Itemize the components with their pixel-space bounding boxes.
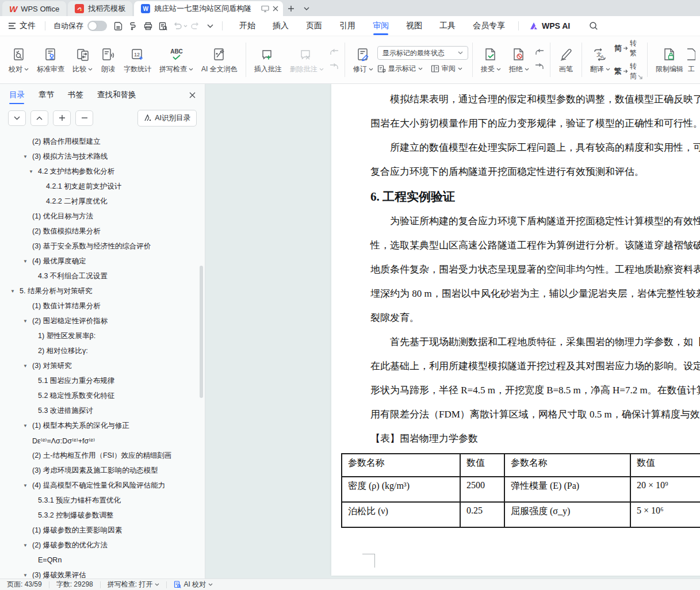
collapse-triangle-icon[interactable]: ▼	[29, 169, 38, 174]
monitor-icon[interactable]	[261, 5, 269, 13]
menu-item[interactable]: 页面	[297, 16, 331, 36]
toc-item[interactable]: 5.1 围岩应力重分布规律	[0, 373, 205, 388]
document-text-line[interactable]: 埋深约为 80 m，围岩以中风化砂岩为主，辅以少量泥岩夹层，岩体完整性较差	[370, 282, 700, 306]
collapse-triangle-icon[interactable]: ▼	[23, 319, 32, 324]
read-aloud-button[interactable]: 朗读	[97, 45, 120, 75]
document-text-line[interactable]: 形状为马蹄形，半径 R=4.5 m，开挖宽度 B=8.5 m，净高 H=7.2 …	[370, 378, 700, 403]
table-cell[interactable]: 数值	[460, 454, 504, 477]
sidebar-tab[interactable]: 书签	[68, 84, 83, 106]
document-text-line[interactable]: 围岩在大小剪切模量作用下的应力变形规律，验证了模型的正确性和可行性。	[370, 112, 700, 136]
section-heading[interactable]: 6. 工程实例验证	[370, 184, 700, 209]
proofread-button[interactable]: 校对	[5, 45, 33, 75]
toc-item[interactable]: (1) 优化目标与方法	[0, 209, 205, 224]
toc-item[interactable]: 5.3.2 控制爆破参数调整	[0, 508, 205, 523]
toc-item[interactable]: 5.2 稳定性系数变化特征	[0, 388, 205, 403]
table-cell[interactable]: 数值	[630, 454, 700, 477]
close-sidebar-icon[interactable]	[189, 92, 196, 98]
menu-item[interactable]: 插入	[264, 16, 297, 36]
toc-item[interactable]: ▼(1) 模型本构关系的深化与修正	[0, 418, 205, 433]
menu-item[interactable]: 工具	[431, 16, 464, 36]
simplified-to-traditional-button[interactable]: 简 转繁	[614, 39, 640, 58]
search-icon[interactable]	[586, 18, 601, 33]
sidebar-scrollbar[interactable]	[200, 266, 203, 398]
document-text-line[interactable]: 在此基础上，利用所建模型模拟隧道开挖过程及其对围岩应力场的影响。设定隧	[370, 354, 700, 378]
document-page[interactable]: 模拟结果表明，通过合理的假定和模型参数的调整，数值模型正确反映了隧围岩在大小剪切…	[331, 84, 700, 576]
collapse-all-button[interactable]	[30, 110, 48, 126]
toc-item[interactable]: ▼(3) 爆破效果评估	[0, 568, 205, 578]
collapse-triangle-icon[interactable]: ▼	[23, 423, 32, 428]
toc-item[interactable]: (2) 土-结构相互作用（FSI）效应的精细刻画	[0, 448, 205, 463]
toc-item[interactable]: ▼5. 结果分析与对策研究	[0, 283, 205, 298]
toc-item[interactable]: (1) 数值计算结果分析	[0, 298, 205, 313]
tab-active-document[interactable]: W 姚庄站一七里沟站区间盾构隧	[134, 1, 283, 16]
page-indicator[interactable]: 页面: 43/59	[7, 580, 42, 589]
toc-item[interactable]: (2) 数值模拟结果分析	[0, 224, 205, 239]
collapse-triangle-icon[interactable]: ▼	[10, 289, 20, 294]
table-cell[interactable]: 0.25	[460, 502, 504, 527]
collapse-triangle-icon[interactable]: ▼	[23, 573, 32, 578]
table-cell[interactable]: 参数名称	[504, 454, 630, 477]
markup-state-select[interactable]: 显示标记的最终状态	[377, 46, 468, 60]
toc-item[interactable]: 4.2.2 二衬厚度优化	[0, 194, 205, 209]
sidebar-tab[interactable]: 目录	[9, 84, 25, 106]
toc-item[interactable]: (3) 考虑环境因素及施工影响的动态模型	[0, 463, 205, 478]
toc-item[interactable]: ▼(3) 对策研究	[0, 358, 205, 373]
menu-item[interactable]: 视图	[397, 16, 431, 36]
new-tab-button[interactable]	[283, 1, 299, 16]
collapse-triangle-icon[interactable]: ▼	[23, 154, 32, 159]
toc-item[interactable]: ▼4.2 支护结构参数化分析	[0, 164, 205, 179]
toc-item[interactable]: (2) 耦合作用模型建立	[0, 134, 205, 149]
autosave-toggle[interactable]	[87, 21, 107, 31]
menu-item[interactable]: 开始	[231, 16, 264, 36]
translate-button[interactable]: 文A 翻译	[586, 45, 614, 75]
toolbar-more-caret[interactable]	[202, 18, 217, 33]
standard-review-button[interactable]: 标准审查	[33, 45, 68, 75]
toc-item[interactable]: 2) 相对位移比γ:	[0, 343, 205, 358]
document-text-line[interactable]: 用有限差分法（FDM）离散计算区域，网格尺寸取 0.5 m，确保计算精度与效率的	[370, 403, 700, 427]
toc-item[interactable]: (1) 爆破参数的主要影响因素	[0, 523, 205, 538]
zoom-in-toc-button[interactable]	[53, 110, 71, 126]
table-cell[interactable]: 20 × 10⁹	[630, 477, 700, 502]
wps-ai-button[interactable]: WPS AI	[523, 21, 576, 30]
document-text-line[interactable]: 性，选取某典型山区高速公路隧道工程作为算例进行分析。该隧道穿越褶皱破碎	[370, 233, 700, 258]
table-cell[interactable]: 密度 (ρ) (kg/m³)	[342, 477, 460, 502]
parameters-table[interactable]: 参数名称数值参数名称数值密度 (ρ) (kg/m³)2500弹性模量 (E) (…	[341, 453, 700, 528]
toc-item[interactable]: 4.2.1 初支超前支护设计	[0, 179, 205, 194]
toc-item[interactable]: ▼(4) 提高模型不确定性量化和风险评估能力	[0, 478, 205, 493]
collapse-triangle-icon[interactable]: ▼	[23, 483, 32, 488]
document-text-line[interactable]: 模拟结果表明，通过合理的假定和模型参数的调整，数值模型正确反映了隧	[370, 87, 700, 112]
table-cell[interactable]: 泊松比 (ν)	[342, 502, 460, 527]
document-text-line[interactable]: 裂隙发育。	[370, 306, 700, 330]
document-text-line[interactable]: 复合应力环境下的盾构隧道开挖面稳定性进行有效预测和评估。	[370, 160, 700, 184]
ai-recognize-toc-button[interactable]: AI识别目录	[137, 110, 197, 127]
ai-polish-button[interactable]: AI 全文润色	[197, 45, 242, 75]
ai-proofread-button[interactable]: AI 校对	[174, 580, 213, 589]
previous-change-icon[interactable]	[534, 48, 545, 57]
undo-caret[interactable]	[183, 25, 188, 28]
collapse-triangle-icon[interactable]: ▼	[23, 363, 32, 369]
group-expander-icon[interactable]	[638, 75, 643, 80]
toc-item[interactable]: ▼(4) 最优厚度确定	[0, 254, 205, 269]
toc-item[interactable]: 5.3 改进措施探讨	[0, 403, 205, 418]
save-button[interactable]	[110, 18, 125, 33]
accept-button[interactable]: 接受	[477, 45, 505, 75]
print-button[interactable]	[140, 18, 155, 33]
collapse-triangle-icon[interactable]: ▼	[23, 259, 32, 264]
menu-item[interactable]: 会员专享	[464, 16, 514, 36]
document-text-line[interactable]: 地质条件复杂，围岩受力状态呈现显著的空间非均匀性。工程地质勘察资料表明	[370, 258, 700, 282]
tab-wps-home[interactable]: W WPS Office	[2, 1, 66, 16]
sidebar-tab[interactable]: 章节	[39, 84, 54, 106]
tab-list-caret[interactable]	[299, 1, 314, 16]
print-preview-button[interactable]	[155, 18, 170, 33]
table-cell[interactable]: 2500	[460, 477, 504, 502]
compare-button[interactable]: 比较	[68, 45, 97, 75]
document-text-line[interactable]: 所建立的数值模型在处理实际工程问题上，具有较高的精度和实用性，可以	[370, 136, 700, 160]
restrict-editing-button[interactable]: 限制编辑	[652, 45, 687, 75]
table-cell[interactable]: 5 × 10⁶	[630, 502, 700, 527]
next-comment-icon[interactable]	[329, 63, 339, 71]
document-text-line[interactable]: 首先基于现场勘测数据和工程地质特征，采集围岩的物理力学参数，如【表	[370, 330, 700, 354]
export-pdf-button[interactable]	[125, 18, 140, 33]
reject-button[interactable]: 拒绝	[505, 45, 533, 75]
previous-comment-icon[interactable]	[329, 48, 339, 57]
word-count-indicator[interactable]: 字数: 29298	[56, 580, 93, 589]
